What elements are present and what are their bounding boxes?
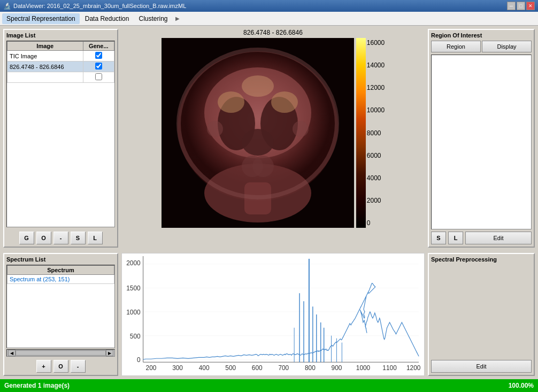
colorbar-area: 16000 14000 12000 10000 8000 6000 4000 2… [356, 38, 385, 228]
spectral-preprocessing-panel: Spectral Preprocessing Edit [428, 253, 535, 376]
svg-text:900: 900 [332, 364, 342, 372]
scrollbar-thumb[interactable] [16, 350, 106, 356]
preprocessing-title: Spectral Preprocessing [431, 256, 532, 263]
image-list-title: Image List [6, 32, 115, 39]
row1-checkbox-cell [83, 51, 114, 62]
colorbar-label-4000: 4000 [367, 174, 385, 182]
row2-name: 826.4748 - 826.6846 [7, 62, 83, 72]
svg-text:1500: 1500 [126, 285, 141, 292]
roi-title: Region Of Interest [431, 32, 532, 39]
svg-text:1100: 1100 [382, 364, 397, 372]
menu-spectral-representation[interactable]: Spectral Representation [2, 13, 80, 24]
svg-text:300: 300 [172, 364, 183, 372]
svg-point-13 [293, 121, 309, 137]
close-button[interactable]: ✕ [526, 2, 535, 10]
top-section: Image List Image Gene... TIC Image [0, 26, 538, 251]
brain-image [162, 38, 354, 228]
display-button[interactable]: Display [482, 41, 532, 52]
spectrum-scrollbar[interactable]: ◀ ▶ [6, 349, 115, 357]
bottom-section: Spectrum List Spectrum Spectrum at (253,… [0, 251, 538, 379]
btn-g[interactable]: G [19, 232, 34, 244]
colorbar-label-2000: 2000 [367, 197, 385, 204]
roi-bottom-buttons: S L Edit [431, 232, 532, 244]
col-image: Image [7, 42, 83, 51]
svg-text:400: 400 [199, 364, 210, 372]
svg-text:800: 800 [305, 364, 316, 372]
window-title: DataViewer: 2016_02_25_mbrain_30um_fullS… [13, 3, 186, 9]
svg-rect-16 [125, 253, 421, 375]
svg-point-7 [242, 129, 274, 156]
roi-l-button[interactable]: L [448, 232, 463, 244]
row2-checkbox[interactable] [95, 63, 102, 70]
row3-name [7, 72, 83, 83]
scroll-right-arrow[interactable]: ▶ [106, 350, 113, 356]
image-and-colorbar: 16000 14000 12000 10000 8000 6000 4000 2… [162, 38, 385, 228]
roi-s-button[interactable]: S [431, 232, 446, 244]
svg-text:1200: 1200 [406, 364, 421, 372]
status-message: Generated 1 image(s) [4, 382, 70, 389]
image-list-buttons: G O - S L [6, 232, 115, 244]
image-table: Image Gene... TIC Image 826.4748 - 826.6… [7, 41, 114, 83]
svg-point-15 [252, 156, 274, 177]
row3-checkbox[interactable] [95, 73, 102, 80]
spectrum-row: Spectrum at (253, 151) [7, 275, 114, 284]
colorbar-label-8000: 8000 [367, 129, 385, 137]
svg-text:500: 500 [130, 333, 141, 340]
image-title: 826.4748 - 826.6846 [243, 29, 303, 36]
svg-point-10 [242, 75, 274, 97]
preprocessing-bottom: Edit [431, 360, 532, 373]
btn-minus[interactable]: - [53, 232, 68, 244]
spectrum-remove-button[interactable]: - [71, 360, 86, 373]
menu-data-reduction[interactable]: Data Reduction [81, 13, 134, 24]
row1-checkbox[interactable] [95, 52, 102, 59]
spectrum-chart: 0 500 1000 1500 2000 200 300 400 500 600… [121, 253, 425, 376]
spectrum-o-button[interactable]: O [53, 360, 68, 373]
colorbar-label-16000: 16000 [367, 39, 385, 47]
colorbar-label-14000: 14000 [367, 62, 385, 69]
colorbar-label-10000: 10000 [367, 106, 385, 114]
colorbar-labels: 16000 14000 12000 10000 8000 6000 4000 2… [367, 38, 385, 228]
btn-l[interactable]: L [88, 232, 103, 244]
svg-text:1000: 1000 [356, 364, 371, 372]
menu-clustering[interactable]: Clustering [134, 13, 172, 24]
roi-content-area [431, 55, 532, 229]
svg-text:600: 600 [252, 364, 263, 372]
col-gene: Gene... [83, 42, 114, 51]
svg-point-12 [207, 121, 223, 137]
svg-point-9 [271, 91, 298, 113]
spectrum-table-wrapper: Spectrum Spectrum at (253, 151) [6, 265, 115, 348]
brain-svg [162, 38, 354, 228]
roi-panel: Region Of Interest Region Display S L Ed… [428, 29, 535, 248]
table-row: TIC Image [7, 51, 114, 62]
roi-edit-button[interactable]: Edit [465, 232, 532, 244]
roi-top-buttons: Region Display [431, 41, 532, 52]
btn-o[interactable]: O [36, 232, 51, 244]
title-bar: 🔬 DataViewer: 2016_02_25_mbrain_30um_ful… [0, 0, 538, 12]
status-bar: Generated 1 image(s) 100.00% [0, 379, 538, 392]
scroll-left-arrow[interactable]: ◀ [8, 350, 16, 356]
image-table-wrapper: Image Gene... TIC Image 826.4748 - 826.6… [6, 41, 115, 227]
row2-checkbox-cell [83, 62, 114, 72]
status-progress: 100.00% [509, 382, 534, 389]
svg-text:200: 200 [146, 364, 157, 372]
svg-text:0: 0 [137, 356, 141, 364]
table-row: 826.4748 - 826.6846 [7, 62, 114, 72]
spectrum-col-header: Spectrum [7, 266, 114, 275]
row3-checkbox-cell [83, 72, 114, 83]
spectrum-add-button[interactable]: + [36, 360, 51, 373]
svg-text:700: 700 [278, 364, 289, 372]
preprocessing-edit-button[interactable]: Edit [431, 360, 532, 373]
btn-s[interactable]: S [71, 232, 86, 244]
minimize-button[interactable]: ─ [507, 2, 516, 10]
spectrum-row-label: Spectrum at (253, 151) [7, 275, 114, 284]
region-button[interactable]: Region [431, 41, 481, 52]
colorbar [356, 38, 366, 228]
image-list-panel: Image List Image Gene... TIC Image [3, 29, 118, 248]
table-row [7, 72, 114, 83]
colorbar-label-0: 0 [367, 219, 385, 227]
maximize-button[interactable]: □ [517, 2, 525, 10]
svg-text:1000: 1000 [126, 309, 141, 316]
spectrum-list-title: Spectrum List [6, 256, 115, 263]
main-content: Image List Image Gene... TIC Image [0, 26, 538, 379]
colorbar-label-6000: 6000 [367, 152, 385, 159]
